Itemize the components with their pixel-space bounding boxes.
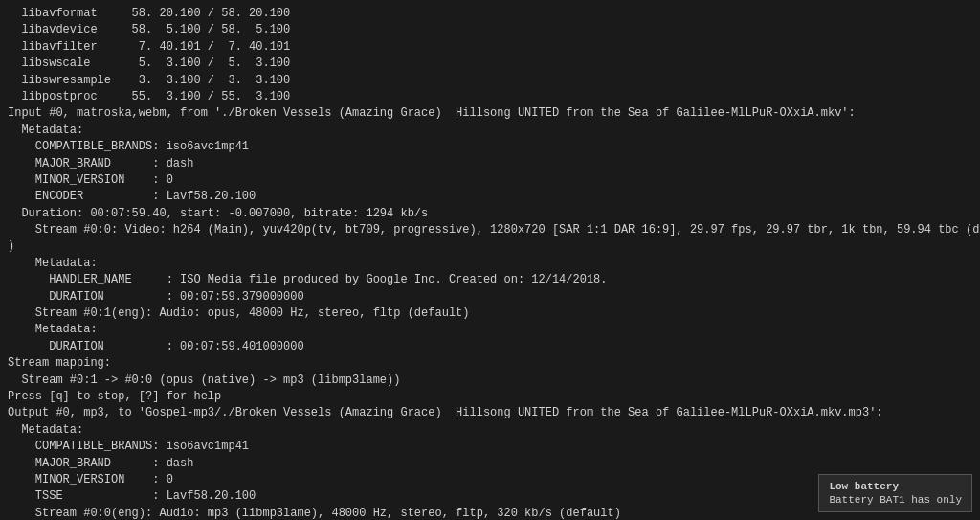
terminal-line: libswscale 5. 3.100 / 5. 3.100 [8,56,972,72]
terminal-line: Press [q] to stop, [?] for help [8,389,972,405]
terminal-line: libswresample 3. 3.100 / 3. 3.100 [8,73,972,89]
terminal-line: Output #0, mp3, to 'Gospel-mp3/./Broken … [8,405,972,421]
terminal-line: DURATION : 00:07:59.401000000 [8,339,972,355]
terminal-line: Stream #0:1 -> #0:0 (opus (native) -> mp… [8,373,972,389]
terminal-line: Metadata: [8,322,972,338]
terminal-line: COMPATIBLE_BRANDS: iso6avc1mp41 [8,139,972,155]
terminal-line: Metadata: [8,422,972,439]
terminal-line: libavdevice 58. 5.100 / 58. 5.100 [8,22,972,38]
terminal-line: libpostproc 55. 3.100 / 55. 3.100 [8,89,972,105]
terminal-line: MAJOR_BRAND : dash [8,156,972,172]
terminal-line: MINOR_VERSION : 0 [8,172,972,189]
terminal: libavformat 58. 20.100 / 58. 20.100 liba… [0,0,980,520]
battery-notification: Low battery Battery BAT1 has only [818,474,972,512]
terminal-line: MAJOR_BRAND : dash [8,456,972,472]
terminal-line: ENCODER : Lavf58.20.100 [8,189,972,205]
terminal-line: Duration: 00:07:59.40, start: -0.007000,… [8,206,972,222]
terminal-line: DURATION : 00:07:59.379000000 [8,289,972,305]
terminal-line: libavfilter 7. 40.101 / 7. 40.101 [8,39,972,56]
terminal-line: COMPATIBLE_BRANDS: iso6avc1mp41 [8,439,972,455]
terminal-line: Metadata: [8,256,972,272]
terminal-line: ) [8,238,972,255]
battery-message: Battery BAT1 has only [829,494,962,506]
terminal-line: Stream #0:1(eng): Audio: opus, 48000 Hz,… [8,305,972,322]
terminal-line: Metadata: [8,123,972,139]
battery-title: Low battery [829,481,962,492]
terminal-line: HANDLER_NAME : ISO Media file produced b… [8,272,972,288]
terminal-line: libavformat 58. 20.100 / 58. 20.100 [8,6,972,22]
terminal-line: Stream mapping: [8,355,972,372]
terminal-line: Input #0, matroska,webm, from './Broken … [8,105,972,122]
terminal-line: Stream #0:0: Video: h264 (Main), yuv420p… [8,222,972,238]
